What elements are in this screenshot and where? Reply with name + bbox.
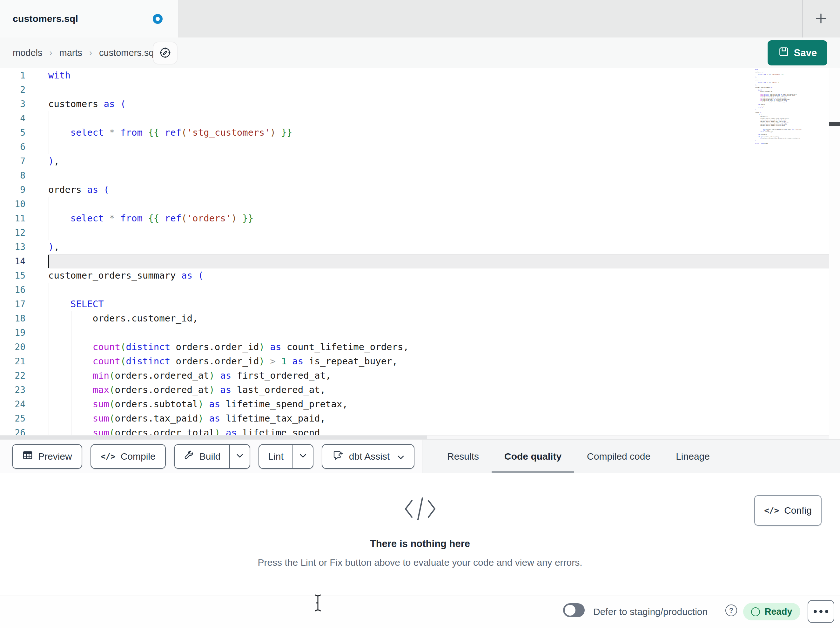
code-row[interactable]: 16 (0, 283, 840, 297)
code-row[interactable]: 21 count(distinct orders.order_id) > 1 a… (0, 354, 840, 369)
ellipsis-icon (825, 610, 828, 613)
line-number: 11 (0, 213, 25, 224)
code-line-text (48, 197, 829, 211)
defer-label: Defer to staging/production (593, 596, 707, 628)
code-row[interactable]: 1with (0, 68, 840, 82)
chevron-down-icon (236, 454, 243, 459)
build-dropdown-button[interactable] (229, 445, 249, 468)
code-row[interactable]: 14 (0, 254, 840, 269)
explore-compass-button[interactable] (153, 42, 177, 65)
breadcrumb-item-models[interactable]: models (13, 47, 43, 58)
code-line-text (48, 326, 829, 340)
breadcrumb-separator: › (49, 48, 52, 58)
line-number: 19 (0, 327, 25, 338)
sparkle-chat-icon (332, 449, 344, 463)
code-row[interactable]: 9orders as ( (0, 183, 840, 197)
code-row[interactable]: 20 count(distinct orders.order_id) as co… (0, 340, 840, 354)
code-row[interactable]: 22 min(orders.ordered_at) as first_order… (0, 369, 840, 383)
line-number: 21 (0, 356, 25, 367)
result-tabs: Results Code quality Compiled code Linea… (422, 440, 840, 473)
code-row[interactable]: 19 (0, 326, 840, 340)
lint-button[interactable]: Lint (259, 445, 292, 468)
compile-button[interactable]: </> Compile (90, 444, 166, 469)
code-row[interactable]: 12 (0, 226, 840, 240)
code-row[interactable]: 23 max(orders.ordered_at) as last_ordere… (0, 383, 840, 397)
tab-lineage[interactable]: Lineage (663, 440, 723, 473)
line-number: 1 (0, 70, 25, 81)
code-line-text: count(distinct orders.order_id) > 1 as i… (48, 354, 829, 369)
code-line-text: orders.customer_id, (48, 311, 829, 326)
code-row[interactable]: 3customers as ( (0, 97, 840, 111)
code-quality-panel: There is nothing here Press the Lint or … (0, 473, 840, 596)
line-number: 16 (0, 285, 25, 295)
vertical-scrollbar-thumb[interactable] (829, 122, 840, 126)
code-row[interactable]: 7), (0, 154, 840, 168)
tab-compiled-code[interactable]: Compiled code (574, 440, 663, 473)
code-row[interactable]: 17 SELECT (0, 297, 840, 311)
minimap-line: select * from joined (755, 143, 829, 144)
build-button[interactable]: Build (175, 445, 230, 468)
code-row[interactable]: 8 (0, 168, 840, 183)
code-line-text (48, 283, 829, 297)
code-line-text: count(distinct orders.order_id) as count… (48, 340, 829, 354)
breadcrumb-item-marts[interactable]: marts (59, 47, 82, 58)
config-button[interactable]: </> Config (754, 495, 821, 526)
code-line-text (48, 226, 829, 240)
defer-toggle[interactable] (563, 603, 585, 617)
line-number: 6 (0, 142, 25, 152)
tab-results[interactable]: Results (434, 440, 492, 473)
vertical-scrollbar[interactable] (829, 68, 840, 439)
overflow-menu-button[interactable] (808, 600, 834, 623)
build-button-label: Build (199, 451, 221, 462)
new-tab-button[interactable] (808, 6, 833, 31)
code-row[interactable]: 4 (0, 111, 840, 125)
code-row[interactable]: 11 select * from {{ ref('orders') }} (0, 211, 840, 226)
empty-state-subtitle: Press the Lint or Fix button above to ev… (257, 557, 582, 568)
lint-dropdown-button[interactable] (292, 445, 313, 468)
line-number: 2 (0, 84, 25, 95)
code-line-text (48, 168, 829, 183)
tab-code-quality[interactable]: Code quality (492, 440, 574, 473)
preview-button-label: Preview (38, 451, 72, 462)
code-row[interactable]: 24 sum(orders.subtotal) as lifetime_spen… (0, 397, 840, 411)
code-row[interactable]: 18 orders.customer_id, (0, 311, 840, 326)
code-editor[interactable]: 1with23customers as (45 select * from {{… (0, 68, 840, 439)
save-button[interactable]: Save (767, 40, 827, 65)
horizontal-scrollbar-thumb[interactable] (0, 435, 427, 439)
status-bar: Defer to staging/production ? Ready (0, 596, 840, 628)
breadcrumb: models › marts › customers.sql (13, 38, 156, 68)
save-button-label: Save (794, 47, 817, 59)
code-line-text: min(orders.ordered_at) as first_ordered_… (48, 369, 829, 383)
code-line-text (48, 254, 829, 269)
code-row[interactable]: 2 (0, 82, 840, 97)
code-row[interactable]: 6 (0, 140, 840, 154)
line-number: 7 (0, 156, 25, 166)
unsaved-indicator-dot (153, 14, 163, 24)
code-line-text: customer_orders_summary as ( (48, 269, 829, 283)
line-number: 15 (0, 270, 25, 281)
code-brackets-icon: </> (101, 452, 115, 461)
line-number: 23 (0, 385, 25, 395)
line-number: 18 (0, 313, 25, 324)
line-number: 13 (0, 242, 25, 252)
code-brackets-icon (403, 495, 438, 524)
code-row[interactable]: 5 select * from {{ ref('stg_customers') … (0, 125, 840, 140)
breadcrumb-item-file[interactable]: customers.sql (99, 47, 156, 58)
code-row[interactable]: 10 (0, 197, 840, 211)
line-number: 20 (0, 342, 25, 352)
horizontal-scrollbar[interactable] (0, 435, 829, 439)
code-row[interactable]: 13), (0, 240, 840, 254)
file-tab-title: customers.sql (13, 13, 78, 24)
minimap[interactable]: with customers as ( select * from {{ ref… (755, 69, 829, 158)
dbt-assist-button[interactable]: dbt Assist (322, 444, 414, 469)
code-row[interactable]: 25 sum(orders.tax_paid) as lifetime_tax_… (0, 411, 840, 426)
line-number: 12 (0, 228, 25, 238)
code-line-text: ), (48, 154, 829, 168)
line-number: 4 (0, 113, 25, 123)
code-line-text: customers as ( (48, 97, 829, 111)
file-tab[interactable]: customers.sql (0, 0, 179, 38)
code-row[interactable]: 15customer_orders_summary as ( (0, 269, 840, 283)
question-circle-icon[interactable]: ? (725, 604, 737, 616)
status-badge-label: Ready (764, 606, 792, 617)
preview-button[interactable]: Preview (12, 444, 82, 469)
